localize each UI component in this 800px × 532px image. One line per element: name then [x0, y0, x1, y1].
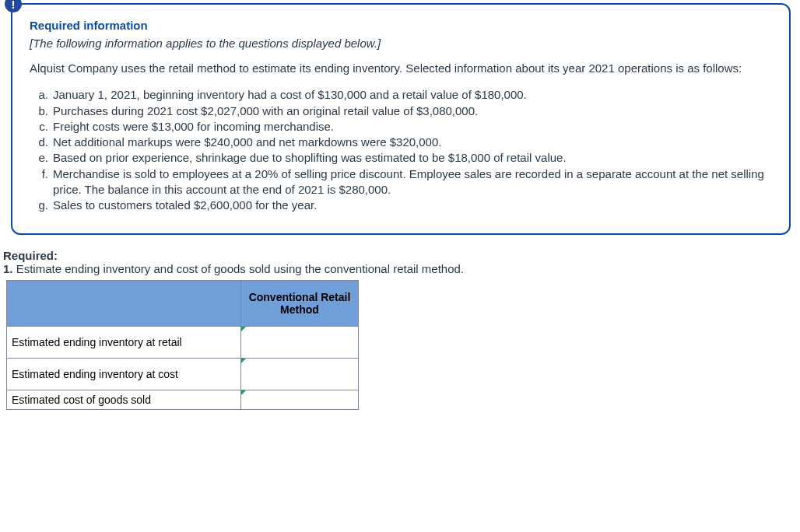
question-text: Estimate ending inventory and cost of go…	[13, 262, 465, 275]
item-marker: f.	[31, 166, 53, 198]
item-text: Based on prior experience, shrinkage due…	[53, 150, 567, 166]
blank-header-cell	[7, 281, 241, 327]
list-item: c.Freight costs were $13,000 for incomin…	[31, 119, 772, 135]
intro-paragraph: Alquist Company uses the retail method t…	[30, 61, 772, 76]
applies-note: [The following information applies to th…	[30, 37, 772, 50]
row-label-cogs: Estimated cost of goods sold	[7, 390, 241, 410]
item-text: Sales to customers totaled $2,600,000 fo…	[53, 198, 317, 213]
list-item: b.Purchases during 2021 cost $2,027,000 …	[31, 103, 772, 119]
row-label-ending-inventory-retail: Estimated ending inventory at retail	[7, 327, 241, 359]
answer-table: Conventional Retail Method Estimated end…	[6, 280, 359, 410]
input-ending-inventory-cost[interactable]	[241, 366, 358, 382]
item-marker: d.	[31, 135, 53, 150]
item-text: Purchases during 2021 cost $2,027,000 wi…	[53, 103, 478, 119]
list-item: f.Merchandise is sold to employees at a …	[31, 166, 772, 198]
item-text: Net additional markups were $240,000 and…	[53, 135, 441, 150]
item-text: Freight costs were $13,000 for incoming …	[53, 119, 334, 135]
question-number: 1.	[3, 262, 13, 275]
required-block: Required: 1. Estimate ending inventory a…	[3, 249, 800, 410]
item-marker: b.	[31, 103, 53, 119]
item-marker: e.	[31, 150, 53, 166]
list-item: d.Net additional markups were $240,000 a…	[31, 135, 772, 150]
row-label-ending-inventory-cost: Estimated ending inventory at cost	[7, 359, 241, 390]
question-1: 1. Estimate ending inventory and cost of…	[3, 262, 800, 275]
input-ending-inventory-retail[interactable]	[241, 334, 358, 350]
list-item: g.Sales to customers totaled $2,600,000 …	[31, 198, 772, 213]
list-item: a.January 1, 2021, beginning inventory h…	[31, 87, 772, 103]
facts-list: a.January 1, 2021, beginning inventory h…	[31, 87, 772, 213]
item-marker: g.	[31, 198, 53, 213]
list-item: e.Based on prior experience, shrinkage d…	[31, 150, 772, 166]
required-label: Required:	[3, 249, 800, 262]
required-information-box: ! Required information [The following in…	[11, 3, 791, 235]
required-info-heading: Required information	[30, 19, 772, 32]
column-header-method: Conventional Retail Method	[241, 281, 359, 327]
input-cogs[interactable]	[241, 392, 358, 408]
item-marker: c.	[31, 119, 53, 135]
item-marker: a.	[31, 87, 53, 103]
item-text: Merchandise is sold to employees at a 20…	[53, 166, 772, 198]
item-text: January 1, 2021, beginning inventory had…	[53, 87, 527, 103]
info-badge-icon: !	[5, 0, 22, 12]
